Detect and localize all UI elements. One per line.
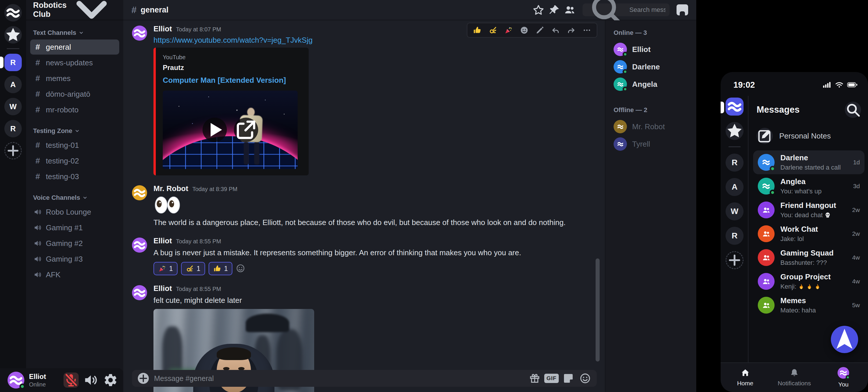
voice-channel-gaming-3[interactable]: Gaming #3 — [30, 251, 119, 267]
react-party-button[interactable] — [504, 26, 513, 35]
voice-channel-gaming-2[interactable]: Gaming #2 — [30, 236, 119, 251]
conversation-memes[interactable]: MemesMateo: haha5w — [753, 293, 865, 317]
channel-name: memes — [46, 74, 70, 83]
chat-scrollbar[interactable] — [596, 258, 600, 362]
member-mr-robot[interactable]: Mr. Robot — [611, 118, 690, 135]
channel-memes[interactable]: #memes — [30, 71, 119, 86]
forward-button[interactable] — [566, 26, 576, 35]
message-author[interactable]: Mr. Robot — [153, 184, 188, 193]
channel-testing-02[interactable]: #testing-02 — [30, 153, 119, 168]
phone-favorites-button[interactable] — [725, 122, 744, 140]
new-message-fab[interactable] — [831, 326, 858, 353]
hash-icon: # — [34, 141, 42, 149]
emoji-button[interactable] — [579, 372, 591, 384]
phone-home-button[interactable] — [725, 97, 744, 116]
conversation-anglea[interactable]: AngleaYou: what’s up3d — [753, 174, 865, 198]
category-voice-channels[interactable]: Voice Channels — [30, 191, 119, 204]
gif-picker-button[interactable]: GIF — [546, 372, 557, 384]
reaction-ok-hand[interactable]: 1 — [181, 262, 205, 275]
reaction-thumbs-up[interactable]: 1 — [209, 262, 232, 275]
category-testing-zone[interactable]: Testing Zone — [30, 124, 119, 137]
avatar[interactable] — [132, 26, 147, 41]
add-reaction-button[interactable] — [520, 26, 529, 35]
nav-home[interactable]: Home — [721, 363, 770, 392]
inbox-button[interactable] — [677, 4, 688, 16]
message-author[interactable]: Elliot — [153, 236, 172, 245]
member-angela[interactable]: Angela — [611, 76, 690, 93]
user-avatar[interactable] — [7, 372, 24, 389]
search-input[interactable] — [629, 6, 665, 13]
channel-d-mo-arigat-[interactable]: #dōmo-arigatō — [30, 87, 119, 102]
avatar[interactable] — [132, 285, 147, 300]
channel-testing-01[interactable]: #testing-01 — [30, 138, 119, 153]
voice-channel-gaming-1[interactable]: Gaming #1 — [30, 220, 119, 235]
add-reaction-button[interactable] — [236, 264, 246, 274]
youtube-link[interactable]: https://www.youtube.com/watch?v=jeg_TJvk… — [153, 36, 312, 45]
phone-server-icon-r-3[interactable]: R — [725, 227, 744, 245]
settings-button[interactable] — [103, 372, 118, 388]
voice-channel-robo-lounge[interactable]: Robo Lounge — [30, 204, 119, 220]
edit-button[interactable] — [535, 26, 545, 35]
member-tyrell[interactable]: Tyrell — [611, 135, 690, 153]
voice-channel-afk[interactable]: AFK — [30, 267, 119, 282]
mute-microphone-button[interactable] — [64, 372, 79, 388]
channel-name: dōmo-arigatō — [46, 90, 90, 99]
open-external-button[interactable] — [234, 118, 258, 142]
avatar[interactable] — [132, 185, 147, 200]
phone-server-icon-w-2[interactable]: W — [725, 202, 744, 220]
server-icon-r-3[interactable]: R — [4, 120, 22, 137]
phone-add-server-button[interactable] — [725, 251, 744, 269]
server-icon-r-0[interactable]: R — [4, 54, 22, 71]
conversation-darlene[interactable]: DarleneDarlene started a call1d — [753, 150, 865, 174]
server-icon-a-1[interactable]: A — [4, 76, 22, 93]
nav-label: Home — [737, 380, 753, 387]
message-author[interactable]: Elliot — [153, 284, 172, 293]
deafen-button[interactable] — [83, 372, 98, 388]
gift-button[interactable] — [529, 372, 540, 384]
category-text-channels[interactable]: Text Channels — [30, 26, 119, 39]
member-darlene[interactable]: Darlene — [611, 58, 690, 76]
attach-file-button[interactable] — [138, 373, 149, 384]
favorites-button[interactable] — [4, 26, 22, 44]
server-header[interactable]: Robotics Club — [26, 0, 123, 20]
conversation-gaming-squad[interactable]: Gaming SquadBasshunter: ???4w — [753, 246, 865, 270]
conversation-group-project[interactable]: Group ProjectKenji:4w — [753, 270, 865, 293]
play-video-button[interactable] — [203, 118, 227, 142]
react-ok-hand-button[interactable] — [488, 26, 498, 35]
pinned-messages-button[interactable] — [548, 4, 560, 16]
embed-author[interactable]: Prautz — [163, 64, 302, 72]
group-avatar — [758, 297, 775, 314]
online-status-dot — [623, 69, 628, 74]
sticker-button[interactable] — [562, 372, 574, 384]
channel-mr-roboto[interactable]: #mr-roboto — [30, 102, 119, 117]
add-server-button[interactable] — [4, 142, 22, 160]
member-list-toggle-button[interactable] — [564, 4, 576, 16]
conversation-work-chat[interactable]: Work ChatJake: lol2w — [753, 222, 865, 246]
conversation-preview: You: what’s up — [780, 188, 845, 195]
channel-general[interactable]: #general — [30, 39, 119, 55]
phone-server-icon-a-1[interactable]: A — [725, 178, 744, 196]
more-button[interactable] — [582, 26, 592, 35]
speaker-icon — [34, 255, 42, 263]
phone-server-icon-r-0[interactable]: R — [725, 153, 744, 172]
avatar[interactable] — [132, 237, 147, 253]
nav-you[interactable]: You — [819, 363, 868, 392]
favorite-channel-button[interactable] — [533, 4, 544, 16]
nav-notifications[interactable]: Notifications — [770, 363, 819, 392]
member-elliot[interactable]: Elliot — [611, 41, 690, 58]
external-link-icon — [234, 118, 258, 142]
reply-button[interactable] — [551, 26, 560, 35]
react-thumbs-up-button[interactable] — [473, 26, 482, 35]
message-author[interactable]: Elliot — [153, 24, 172, 33]
server-icon-w-2[interactable]: W — [4, 98, 22, 115]
channel-news-updates[interactable]: #news-updates — [30, 55, 119, 70]
channel-testing-03[interactable]: #testing-03 — [30, 169, 119, 184]
app-home-button[interactable] — [4, 4, 22, 22]
personal-notes-item[interactable]: Personal Notes — [756, 128, 861, 144]
embed-video-title[interactable]: Computer Man [Extended Version] — [163, 76, 302, 85]
message-input[interactable] — [154, 374, 524, 383]
reaction-party[interactable]: 1 — [153, 262, 178, 275]
server-name: Robotics Club — [33, 1, 67, 19]
conversation-friend-hangout[interactable]: Friend HangoutYou: dead chat2w — [753, 198, 865, 222]
phone-search-button[interactable] — [845, 102, 861, 118]
